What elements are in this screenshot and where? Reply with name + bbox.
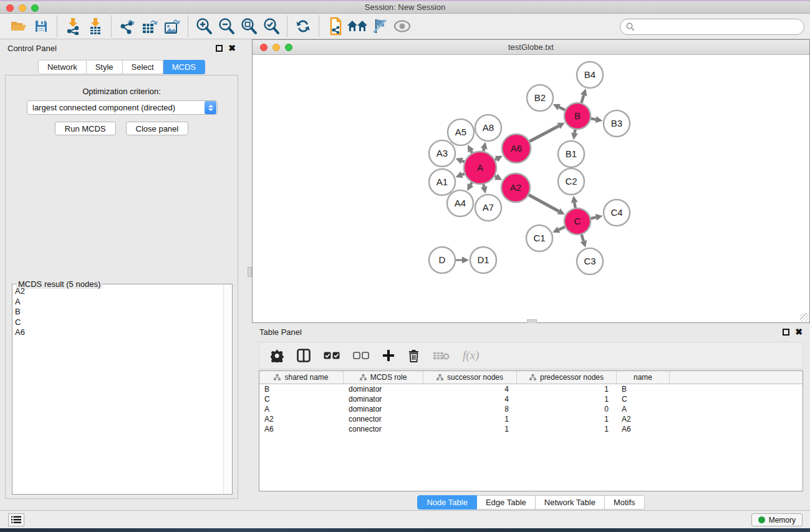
table-cell[interactable]: C [259, 394, 344, 404]
edge-C-C2[interactable] [574, 203, 575, 208]
edge-A-A3[interactable] [462, 161, 465, 162]
table-cell[interactable]: 1 [517, 384, 617, 394]
table-cell[interactable]: 1 [517, 414, 617, 424]
close-window-icon[interactable] [6, 4, 14, 12]
show-column-button[interactable] [297, 348, 311, 363]
tab-style[interactable]: Style [87, 60, 123, 74]
column-header-MCDS-role[interactable]: MCDS role [344, 371, 423, 384]
table-cell[interactable]: A [259, 404, 344, 414]
memory-button[interactable]: Memory [751, 513, 803, 526]
tab-select[interactable]: Select [123, 60, 163, 74]
result-item[interactable]: B [15, 307, 223, 317]
close-panel-button[interactable]: Close panel [126, 122, 189, 135]
edge-C-C4[interactable] [591, 217, 595, 218]
import-network-button[interactable] [62, 16, 84, 36]
hide-flag-button[interactable] [369, 16, 391, 36]
table-cell[interactable]: 1 [423, 424, 517, 434]
table-cell[interactable]: A2 [259, 414, 344, 424]
zoom-out-button[interactable] [215, 16, 238, 36]
delete-columns-button[interactable] [408, 348, 420, 363]
edge-A-A8[interactable] [483, 148, 484, 151]
table-row[interactable]: A2connector11A2 [259, 414, 803, 424]
edge-A-A5[interactable] [471, 151, 472, 153]
table-cell[interactable]: B [259, 384, 344, 394]
edge-A2-C[interactable] [529, 195, 559, 211]
table-cell[interactable]: 1 [517, 394, 617, 404]
show-graphics-details-button[interactable] [391, 16, 413, 36]
table-cell[interactable]: 1 [423, 414, 517, 424]
result-item[interactable]: C [15, 317, 223, 328]
result-item[interactable]: A2 [15, 286, 223, 297]
table-cell[interactable]: A2 [617, 414, 670, 424]
table-cell[interactable]: dominator [344, 384, 423, 394]
table-cell[interactable]: 8 [423, 404, 517, 414]
edge-B-B4[interactable] [581, 95, 584, 103]
table-row[interactable]: Adominator80A [259, 404, 803, 414]
export-table-button[interactable] [138, 16, 161, 36]
maximize-window-icon[interactable] [31, 4, 39, 12]
zoom-selected-button[interactable] [260, 16, 282, 36]
resize-grip-icon[interactable] [800, 313, 809, 322]
tab-mcds[interactable]: MCDS [163, 60, 205, 74]
edge-B-B2[interactable] [559, 107, 566, 110]
save-session-button[interactable] [30, 16, 52, 36]
delete-table-button[interactable] [433, 348, 450, 363]
network-window-titlebar[interactable]: testGlobe.txt [253, 40, 809, 55]
select-all-button[interactable] [324, 348, 340, 363]
edge-A-A1[interactable] [462, 174, 465, 175]
result-item[interactable]: A [15, 297, 223, 307]
criterion-dropdown[interactable]: largest connected component (directed) [27, 100, 218, 115]
result-scrollbar[interactable] [223, 284, 232, 494]
table-cell[interactable]: B [617, 384, 670, 394]
import-table-button[interactable] [84, 16, 107, 36]
add-column-button[interactable] [382, 348, 395, 363]
result-item[interactable]: A6 [15, 327, 223, 338]
table-row[interactable]: A6connector11A6 [259, 424, 803, 434]
close-table-panel-icon[interactable]: ✖ [795, 329, 803, 336]
table-cell[interactable]: 0 [517, 404, 617, 414]
table-cell[interactable]: A6 [259, 424, 344, 434]
show-panels-button[interactable] [8, 513, 24, 526]
edge-B-B3[interactable] [591, 118, 596, 120]
home-pages-button[interactable] [346, 16, 369, 36]
zoom-in-button[interactable] [193, 16, 215, 36]
edge-C-C1[interactable] [559, 227, 565, 230]
export-image-button[interactable] [161, 16, 183, 36]
tab-edge-table[interactable]: Edge Table [477, 495, 536, 510]
table-cell[interactable]: dominator [344, 404, 423, 414]
table-cell[interactable]: 1 [517, 424, 617, 434]
tab-network-table[interactable]: Network Table [536, 495, 605, 510]
column-header-successor-nodes[interactable]: successor nodes [423, 371, 517, 384]
apply-layout-button[interactable] [292, 16, 314, 36]
open-file-button[interactable] [7, 16, 30, 36]
tab-motifs[interactable]: Motifs [605, 495, 645, 510]
divider-handle[interactable] [248, 267, 252, 277]
function-builder-button[interactable]: f(x) [463, 348, 479, 363]
table-cell[interactable]: A6 [617, 424, 670, 434]
network-close-icon[interactable] [260, 44, 268, 51]
tab-network[interactable]: Network [38, 60, 87, 74]
network-minimize-icon[interactable] [272, 44, 280, 51]
table-cell[interactable]: connector [344, 414, 423, 424]
table-row[interactable]: Bdominator41B [259, 384, 803, 394]
close-panel-icon[interactable]: ✖ [228, 45, 236, 52]
edge-B-B1[interactable] [575, 130, 576, 133]
table-cell[interactable]: 4 [423, 394, 517, 404]
network-canvas[interactable]: AA1A2A3A4A5A6A7A8BB1B2B3B4CC1C2C3C4DD1 [253, 55, 809, 322]
edge-A-A6[interactable] [495, 159, 496, 160]
table-cell[interactable]: 4 [423, 384, 517, 394]
table-options-button[interactable] [271, 348, 284, 363]
network-maximize-icon[interactable] [285, 44, 292, 51]
table-cell[interactable]: A [617, 404, 670, 414]
minimize-window-icon[interactable] [19, 4, 26, 12]
zoom-fit-button[interactable] [238, 16, 260, 36]
column-header-predecessor-nodes[interactable]: predecessor nodes [517, 371, 617, 384]
node-table[interactable]: shared nameMCDS rolesuccessor nodesprede… [259, 370, 803, 491]
edge-A-A2[interactable] [495, 176, 496, 177]
edge-C-C3[interactable] [582, 235, 584, 241]
table-row[interactable]: Cdominator41C [259, 394, 803, 404]
edge-A-A4[interactable] [471, 183, 472, 185]
network-graph[interactable]: AA1A2A3A4A5A6A7A8BB1B2B3B4CC1C2C3C4DD1 [253, 55, 809, 322]
column-header-shared-name[interactable]: shared name [259, 371, 344, 384]
mcds-result-list[interactable]: A2ABCA6 [12, 284, 223, 494]
